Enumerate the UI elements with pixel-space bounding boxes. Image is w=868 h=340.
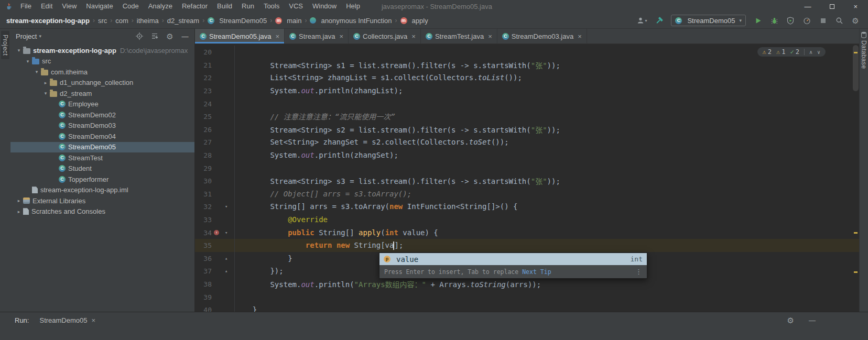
menu-navigate[interactable]: Navigate	[81, 2, 117, 10]
menu-help[interactable]: Help	[341, 2, 365, 10]
next-issue-icon[interactable]: ∨	[817, 49, 820, 55]
code-line-34[interactable]: 34↑▾ public String[] apply(int value) {	[195, 226, 859, 239]
breadcrumb-item-itheima[interactable]: itheima	[137, 17, 159, 25]
chevron-right-icon[interactable]: ▸	[15, 198, 23, 203]
gutter[interactable]: 32▾	[195, 200, 235, 213]
code-line-21[interactable]: 21 Stream<String> s1 = list.stream().fil…	[195, 59, 859, 72]
tree-item-topperformer[interactable]: CTopperformer	[10, 174, 194, 185]
code-line-29[interactable]: 29	[195, 161, 859, 174]
tree-item-com-itheima[interactable]: ▾com.itheima	[10, 67, 194, 78]
gutter[interactable]: 25	[195, 110, 235, 123]
fold-down-icon[interactable]: ▾	[225, 204, 227, 209]
gutter[interactable]: 22	[195, 71, 235, 84]
tree-item-src[interactable]: ▾src	[10, 56, 194, 67]
gutter[interactable]: 34↑▾	[195, 226, 235, 239]
next-tip-link[interactable]: Next Tip	[522, 268, 551, 276]
tree-item-streamdemo03[interactable]: CStreamDemo03	[10, 120, 194, 131]
code-line-24[interactable]: 24	[195, 97, 859, 110]
inspections-widget[interactable]: ⚠2 ⚠1 ✓2 ∧ ∨	[757, 47, 826, 57]
gutter[interactable]: 20	[195, 46, 235, 59]
debug-button[interactable]	[770, 15, 778, 26]
run-button[interactable]	[754, 15, 762, 26]
gutter[interactable]: 21	[195, 59, 235, 72]
gutter[interactable]: 33	[195, 213, 235, 226]
completion-item[interactable]: p value int	[379, 253, 647, 265]
maximize-icon[interactable]	[830, 4, 834, 9]
code-line-30[interactable]: 30 Stream<String> s3 = list.stream().fil…	[195, 174, 859, 188]
close-icon[interactable]: ×	[276, 32, 280, 40]
tree-item-scratches-and-consoles[interactable]: ▸Scratches and Consoles	[10, 206, 194, 217]
gutter[interactable]: 24	[195, 97, 235, 110]
close-icon[interactable]: ×	[339, 32, 343, 40]
menu-refactor[interactable]: Refactor	[177, 2, 212, 10]
code-line-27[interactable]: 27 Set<String> zhangSet = s2.collect(Col…	[195, 136, 859, 149]
tab-streamtest-java[interactable]: CStreamTest.java×	[421, 29, 497, 43]
code-line-26[interactable]: 26 Stream<String> s2 = list.stream().fil…	[195, 123, 859, 136]
code-line-35[interactable]: 35 return new String[va];	[195, 239, 859, 252]
gutter[interactable]: 36▴	[195, 252, 235, 265]
run-config-select[interactable]: C StreamDemo05 ▾	[671, 15, 746, 26]
menu-vcs[interactable]: VCS	[284, 2, 308, 10]
gutter[interactable]: 38	[195, 278, 235, 291]
build-button[interactable]	[655, 15, 663, 26]
menu-edit[interactable]: Edit	[36, 2, 57, 10]
gutter[interactable]: 27	[195, 136, 235, 149]
project-settings-button[interactable]: ⚙	[166, 31, 174, 41]
hide-panel-button[interactable]: —	[181, 31, 189, 41]
gutter[interactable]: 37▴	[195, 265, 235, 278]
code-line-25[interactable]: 25 // 注意注意注意：“流只能使用一次”	[195, 110, 859, 123]
menu-window[interactable]: Window	[308, 2, 341, 10]
breadcrumb-item-apply[interactable]: mapply	[400, 17, 428, 25]
code-line-40[interactable]: 40 }	[195, 303, 859, 312]
code-editor[interactable]: 2021 Stream<String> s1 = list.stream().f…	[195, 44, 859, 312]
warning-mark[interactable]	[854, 52, 858, 53]
database-tool-button[interactable]: Database	[860, 40, 867, 69]
project-panel-title[interactable]: Project	[16, 32, 37, 40]
tab-streamdemo05-java[interactable]: CStreamDemo05.java×	[195, 29, 285, 43]
breadcrumb-item-com[interactable]: com	[115, 17, 128, 25]
project-tool-button[interactable]: Project	[1, 31, 9, 59]
warning-mark[interactable]	[854, 271, 858, 273]
gutter[interactable]: 28	[195, 149, 235, 162]
gutter[interactable]: 26	[195, 123, 235, 136]
gutter[interactable]: 30	[195, 174, 235, 188]
tree-item-streamdemo05[interactable]: CStreamDemo05	[10, 142, 194, 153]
gutter[interactable]: 40	[195, 303, 235, 312]
close-icon[interactable]: ×	[853, 3, 858, 10]
breadcrumb-item-streamdemo05[interactable]: CStreamDemo05	[208, 17, 267, 25]
tree-item-employee[interactable]: CEmployee	[10, 99, 194, 110]
chevron-down-icon[interactable]: ▾	[32, 69, 41, 74]
code-line-23[interactable]: 23 System.out.println(zhangList);	[195, 84, 859, 97]
gutter[interactable]: 29	[195, 161, 235, 174]
chevron-right-icon[interactable]: ▸	[41, 80, 50, 85]
chevron-down-icon[interactable]: ▾	[15, 48, 23, 53]
code-line-39[interactable]: 39	[195, 290, 859, 303]
tab-stream-java[interactable]: CStream.java×	[285, 29, 349, 43]
chevron-down-icon[interactable]: ▾	[41, 91, 50, 96]
tree-item-stream-exception-log-app-iml[interactable]: stream-exception-log-app.iml	[10, 185, 194, 196]
breadcrumb-item-stream-exception-log-app[interactable]: stream-exception-log-app	[6, 17, 90, 25]
tree-item-d1-unchange-collection[interactable]: ▸d1_unchange_collection	[10, 78, 194, 89]
fold-up-icon[interactable]: ▴	[225, 268, 227, 273]
run-settings-icon[interactable]: ⚙	[787, 316, 794, 324]
tab-streamdemo03-java[interactable]: CStreamDemo03.java×	[497, 29, 587, 43]
breadcrumb-item-src[interactable]: src	[98, 17, 107, 25]
code-line-38[interactable]: 38 System.out.println("Arrays数组内容：" + Ar…	[195, 278, 859, 291]
breadcrumb-item-main[interactable]: mmain	[275, 17, 301, 25]
tab-collectors-java[interactable]: CCollectors.java×	[349, 29, 421, 43]
gutter[interactable]: 39	[195, 290, 235, 303]
tree-item-external-libraries[interactable]: ▸External Libraries	[10, 195, 194, 206]
override-method-icon[interactable]: ↑	[214, 230, 219, 235]
locate-button[interactable]	[135, 31, 144, 41]
code-line-22[interactable]: 22 List<String> zhangList = s1.collect(C…	[195, 71, 859, 84]
code-line-31[interactable]: 31 // Object[] arrs = s3.toArray();	[195, 188, 859, 201]
tree-item-streamdemo02[interactable]: CStreamDemo02	[10, 109, 194, 120]
tree-item-streamtest[interactable]: CStreamTest	[10, 152, 194, 163]
menu-build[interactable]: Build	[212, 2, 237, 10]
code-line-32[interactable]: 32▾ String[] arrs = s3.toArray(new IntFu…	[195, 200, 859, 213]
code-line-28[interactable]: 28 System.out.println(zhangSet);	[195, 149, 859, 162]
hide-run-panel-icon[interactable]: —	[809, 316, 816, 324]
menu-code[interactable]: Code	[118, 2, 144, 10]
prev-issue-icon[interactable]: ∧	[809, 49, 812, 55]
close-icon[interactable]: ×	[488, 32, 492, 40]
